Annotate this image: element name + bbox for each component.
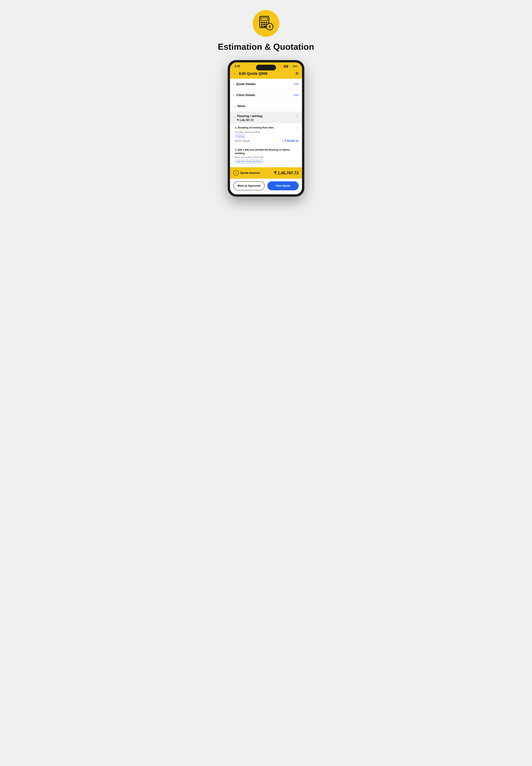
line-item-1-menu-button[interactable]: ⋮: [296, 126, 299, 130]
quote-amount-bar: ∧ Quote Amount ₹ 1,45,787.72: [230, 167, 302, 179]
items-chevron: ⌄: [233, 105, 235, 108]
svg-rect-2: [261, 22, 263, 23]
client-details-label: Client Details: [236, 93, 294, 97]
category-info: Flooring / skirting ₹ 1,45,787.72: [237, 114, 295, 122]
category-amount: ₹ 1,45,787.72: [237, 119, 295, 122]
status-icons: 📶 ▌▌▌ 🔋 50%: [281, 65, 297, 67]
app-icon-svg: $: [258, 15, 274, 32]
action-buttons: Mark as Approved View Quote: [230, 179, 302, 194]
quote-details-chevron: ›: [233, 83, 234, 86]
line-item-2-name: 2. 600 x 600 mm vitrified tile flooring …: [233, 148, 296, 155]
category-name: Flooring / skirting: [237, 114, 295, 118]
back-button[interactable]: ←: [233, 71, 237, 76]
battery-percent: 50%: [293, 65, 297, 67]
line-item-2-tag-wrapper: Staircase Treads and Risers: [233, 160, 299, 164]
items-label: Items: [237, 104, 245, 108]
line-item-1-price: ₹ 45,092.52: [284, 139, 299, 142]
app-header: ← Edit Quote Q006 ⚙: [230, 69, 302, 79]
line-item-2: 2. 600 x 600 mm vitrified tile flooring …: [230, 145, 302, 167]
svg-rect-4: [266, 22, 267, 23]
quote-details-row[interactable]: › Quote Details Edit: [230, 79, 302, 90]
phone-screen: 4:26 📶 ▌▌▌ 🔋 50% ← Edit Quote Q006 ⚙ › Q…: [230, 62, 302, 194]
quote-amount-left: ∧ Quote Amount: [233, 170, 260, 175]
collapse-button[interactable]: ∧: [233, 170, 239, 175]
app-icon: $: [253, 10, 279, 37]
svg-rect-8: [261, 26, 263, 27]
quote-details-label: Quote Details: [236, 82, 294, 86]
info-icon[interactable]: ℹ: [282, 139, 283, 142]
wifi-icon: 📶: [281, 65, 283, 67]
line-item-1-tag-wrapper: Flooring: [233, 135, 299, 139]
svg-text:$: $: [269, 25, 271, 29]
line-item-1-header: 1. Breaking of existing floor tiles ⋮: [233, 126, 299, 130]
category-chevron: ⌄: [233, 115, 235, 117]
svg-rect-5: [261, 24, 263, 25]
client-details-row[interactable]: › Client Details Edit: [230, 90, 302, 101]
line-item-1: 1. Breaking of existing floor tiles ⋮ In…: [230, 123, 302, 145]
line-item-1-price-wrapper: ℹ ₹ 45,092.52: [282, 139, 299, 142]
line-item-1-footer: 59 ft X 764.28 ℹ ₹ 45,092.52: [233, 139, 299, 142]
items-section[interactable]: ⌄ Items: [230, 101, 302, 112]
quote-amount-value: ₹ 1,45,787.72: [274, 171, 299, 175]
client-details-chevron: ›: [233, 94, 234, 97]
line-item-1-tag: Flooring: [235, 135, 245, 138]
signal-icon: ▌▌▌: [284, 65, 289, 67]
line-item-2-desc: Basic rate of tile is 45 Rs/Sqft: [233, 156, 299, 158]
page-title: Edit Quote Q006: [239, 71, 293, 76]
mark-approved-button[interactable]: Mark as Approved: [233, 181, 265, 190]
app-title: Estimation & Quotation: [218, 42, 314, 52]
line-item-1-qty: 59 ft X 764.28: [235, 139, 249, 142]
settings-button[interactable]: ⚙: [295, 71, 299, 76]
status-time: 4:26: [235, 65, 240, 68]
dynamic-island: [256, 65, 276, 70]
quote-amount-label: Quote Amount: [240, 171, 260, 175]
svg-rect-1: [261, 18, 267, 20]
view-quote-button[interactable]: View Quote: [267, 181, 299, 190]
battery-icon: 🔋: [289, 65, 292, 67]
line-item-2-header: 2. 600 x 600 mm vitrified tile flooring …: [233, 148, 299, 155]
phone-frame: 4:26 📶 ▌▌▌ 🔋 50% ← Edit Quote Q006 ⚙ › Q…: [228, 60, 304, 197]
content-area: › Quote Details Edit › Client Details Ed…: [230, 79, 302, 194]
line-item-1-desc: Including skirting breaking: [233, 131, 299, 133]
client-details-edit[interactable]: Edit: [294, 94, 299, 97]
svg-rect-6: [263, 24, 265, 25]
quote-details-edit[interactable]: Edit: [294, 83, 299, 86]
line-item-1-name: 1. Breaking of existing floor tiles: [233, 126, 296, 129]
category-header: ⌄ Flooring / skirting ₹ 1,45,787.72 ⋮: [230, 112, 302, 123]
line-item-2-menu-button[interactable]: ⋮: [296, 148, 299, 151]
category-menu-button[interactable]: ⋮: [295, 114, 299, 118]
svg-rect-3: [263, 22, 265, 23]
line-item-2-tag: Staircase Treads and Risers: [235, 160, 263, 163]
